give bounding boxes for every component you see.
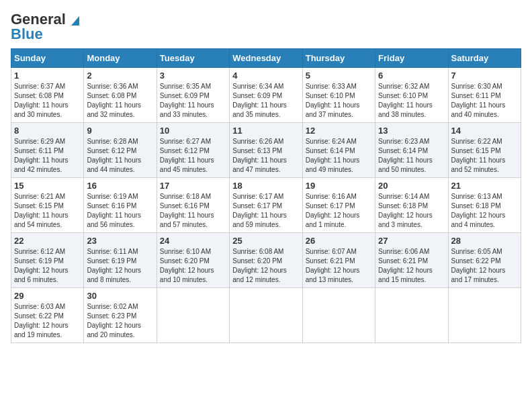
table-row: 29Sunrise: 6:03 AMSunset: 6:22 PMDayligh… [11,288,84,343]
table-row: 4Sunrise: 6:34 AMSunset: 6:09 PMDaylight… [230,68,302,123]
page-header: General Blue [11,11,521,43]
column-header-thursday: Thursday [302,49,375,68]
table-row: 10Sunrise: 6:27 AMSunset: 6:12 PMDayligh… [157,123,229,178]
table-row: 30Sunrise: 6:02 AMSunset: 6:23 PMDayligh… [84,288,157,343]
table-row: 17Sunrise: 6:18 AMSunset: 6:16 PMDayligh… [157,178,229,233]
table-row: 26Sunrise: 6:07 AMSunset: 6:21 PMDayligh… [302,233,375,288]
table-row: 7Sunrise: 6:30 AMSunset: 6:11 PMDaylight… [448,68,521,123]
table-row [448,288,521,343]
calendar-week-2: 8Sunrise: 6:29 AMSunset: 6:11 PMDaylight… [11,123,521,178]
table-row: 9Sunrise: 6:28 AMSunset: 6:12 PMDaylight… [84,123,157,178]
calendar-week-5: 29Sunrise: 6:03 AMSunset: 6:22 PMDayligh… [11,288,521,343]
logo: General Blue [11,11,82,43]
calendar-table: SundayMondayTuesdayWednesdayThursdayFrid… [11,48,521,343]
table-row: 6Sunrise: 6:32 AMSunset: 6:10 PMDaylight… [375,68,448,123]
table-row: 14Sunrise: 6:22 AMSunset: 6:15 PMDayligh… [448,123,521,178]
table-row: 27Sunrise: 6:06 AMSunset: 6:21 PMDayligh… [375,233,448,288]
table-row: 21Sunrise: 6:13 AMSunset: 6:18 PMDayligh… [448,178,521,233]
logo-icon [67,12,82,27]
calendar-week-4: 22Sunrise: 6:12 AMSunset: 6:19 PMDayligh… [11,233,521,288]
column-header-sunday: Sunday [11,49,84,68]
table-row: 28Sunrise: 6:05 AMSunset: 6:22 PMDayligh… [448,233,521,288]
table-row: 12Sunrise: 6:24 AMSunset: 6:14 PMDayligh… [302,123,375,178]
table-row: 5Sunrise: 6:33 AMSunset: 6:10 PMDaylight… [302,68,375,123]
column-header-monday: Monday [84,49,157,68]
table-row: 19Sunrise: 6:16 AMSunset: 6:17 PMDayligh… [302,178,375,233]
table-row [230,288,302,343]
svg-marker-0 [71,16,79,26]
calendar-week-1: 1Sunrise: 6:37 AMSunset: 6:08 PMDaylight… [11,68,521,123]
table-row: 18Sunrise: 6:17 AMSunset: 6:17 PMDayligh… [230,178,302,233]
column-header-friday: Friday [375,49,448,68]
table-row: 23Sunrise: 6:11 AMSunset: 6:19 PMDayligh… [84,233,157,288]
table-row: 11Sunrise: 6:26 AMSunset: 6:13 PMDayligh… [230,123,302,178]
column-header-wednesday: Wednesday [230,49,302,68]
table-row: 8Sunrise: 6:29 AMSunset: 6:11 PMDaylight… [11,123,84,178]
table-row: 20Sunrise: 6:14 AMSunset: 6:18 PMDayligh… [375,178,448,233]
table-row: 13Sunrise: 6:23 AMSunset: 6:14 PMDayligh… [375,123,448,178]
column-header-saturday: Saturday [448,49,521,68]
table-row [375,288,448,343]
table-row: 1Sunrise: 6:37 AMSunset: 6:08 PMDaylight… [11,68,84,123]
table-row: 2Sunrise: 6:36 AMSunset: 6:08 PMDaylight… [84,68,157,123]
calendar-header-row: SundayMondayTuesdayWednesdayThursdayFrid… [11,49,521,68]
calendar-body: 1Sunrise: 6:37 AMSunset: 6:08 PMDaylight… [11,68,521,343]
logo-blue: Blue [11,26,43,43]
table-row [302,288,375,343]
table-row: 25Sunrise: 6:08 AMSunset: 6:20 PMDayligh… [230,233,302,288]
table-row [157,288,229,343]
table-row: 16Sunrise: 6:19 AMSunset: 6:16 PMDayligh… [84,178,157,233]
column-header-tuesday: Tuesday [157,49,229,68]
calendar-week-3: 15Sunrise: 6:21 AMSunset: 6:15 PMDayligh… [11,178,521,233]
table-row: 15Sunrise: 6:21 AMSunset: 6:15 PMDayligh… [11,178,84,233]
table-row: 3Sunrise: 6:35 AMSunset: 6:09 PMDaylight… [157,68,229,123]
table-row: 22Sunrise: 6:12 AMSunset: 6:19 PMDayligh… [11,233,84,288]
table-row: 24Sunrise: 6:10 AMSunset: 6:20 PMDayligh… [157,233,229,288]
